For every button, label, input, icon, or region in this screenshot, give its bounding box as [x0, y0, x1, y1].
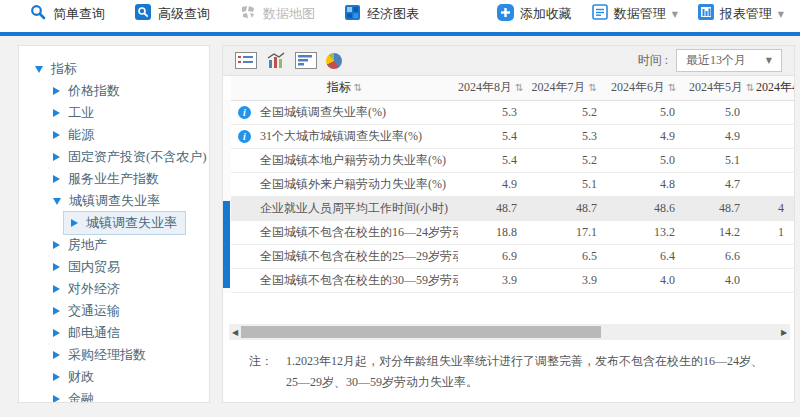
tree-node-root[interactable]: 指标 [19, 58, 209, 80]
triangle-right-icon [53, 307, 60, 315]
bar-chart-icon[interactable] [295, 52, 317, 69]
top-navigation: 简单查询 高级查询 数据地图 经济图表 添加收藏 数据管理 ▼ 报表管理 ▼ [0, 0, 800, 36]
horizontal-scrollbar[interactable]: ◀ ▶ [229, 324, 790, 340]
tab-label: 经济图表 [367, 5, 419, 23]
column-header-2024-07[interactable]: 2024年7月⇅ [531, 76, 611, 100]
indicator-label: 全国城镇不包含在校生的16—24岁劳动力失业率(%) [260, 224, 458, 241]
table-row[interactable]: 全国城镇外来户籍劳动力失业率(%) 4.9 5.1 4.8 4.7 [231, 172, 795, 196]
add-favorite-button[interactable]: 添加收藏 [497, 4, 572, 25]
triangle-right-icon [53, 87, 60, 95]
column-header-2024-05[interactable]: 2024年5月⇅ [689, 76, 754, 100]
action-label: 报表管理 [720, 5, 772, 23]
info-icon[interactable]: i [238, 106, 251, 119]
tree-node-industry[interactable]: 工业 [19, 102, 209, 124]
table-row[interactable]: 全国城镇本地户籍劳动力失业率(%) 5.4 5.2 5.0 5.1 [231, 148, 795, 172]
triangle-right-icon [53, 285, 60, 293]
table-view-icon[interactable] [235, 52, 257, 69]
chevron-down-icon: ▼ [766, 56, 772, 65]
selected-tree-node: 城镇调查失业率 [63, 211, 186, 235]
triangle-right-icon [53, 175, 60, 183]
triangle-right-icon [53, 153, 60, 161]
tab-label: 简单查询 [53, 5, 105, 23]
table-row[interactable]: 全国城镇不包含在校生的16—24岁劳动力失业率(%) 18.8 17.1 13.… [231, 220, 795, 244]
tab-label: 数据地图 [263, 5, 315, 23]
advanced-search-icon [135, 4, 151, 24]
sort-icon[interactable]: ⇅ [515, 82, 523, 93]
footnote-prefix: 注： [249, 351, 286, 393]
horizontal-scrollbar-thumb[interactable] [241, 326, 601, 338]
tree-node-foreign-economy[interactable]: 对外经济 [19, 278, 209, 300]
table-row[interactable]: 全国城镇不包含在校生的25—29岁劳动力失业率(%) 6.9 6.5 6.4 6… [231, 244, 795, 268]
tree-node-fixed-assets[interactable]: 固定资产投资(不含农户) [19, 146, 209, 168]
column-header-indicator[interactable]: 指标⇅ [231, 76, 458, 100]
tree-node-services-index[interactable]: 服务业生产指数 [19, 168, 209, 190]
table-row[interactable]: i全国城镇调查失业率(%) 5.3 5.2 5.0 5.0 [231, 100, 795, 124]
pie-chart-icon[interactable] [326, 53, 342, 69]
time-range-value: 最近13个月 [686, 52, 746, 69]
indicator-label: 全国城镇调查失业率(%) [260, 104, 386, 121]
tab-advanced-query[interactable]: 高级查询 [135, 4, 210, 24]
sort-icon[interactable]: ⇅ [668, 82, 676, 93]
table-row[interactable]: 全国城镇不包含在校生的30—59岁劳动力失业率(%) 3.9 3.9 4.0 4… [231, 268, 795, 292]
tree-node-transport[interactable]: 交通运输 [19, 300, 209, 322]
footnote: 注： 1.2023年12月起，对分年龄组失业率统计进行了调整完善，发布不包含在校… [249, 351, 772, 393]
vertical-scrollbar-thumb[interactable] [223, 201, 230, 288]
table-header-row: 指标⇅ 2024年8月⇅ 2024年7月⇅ 2024年6月⇅ 2024年5月⇅ … [231, 76, 795, 100]
data-panel: 时间 : 最近13个月 ▼ 指标⇅ 2024年8月⇅ 2024年7月⇅ 2024… [222, 45, 795, 403]
tree-node-fiscal[interactable]: 财政 [19, 366, 209, 388]
tab-economic-charts[interactable]: 经济图表 [345, 5, 419, 24]
tree-node-domestic-trade[interactable]: 国内贸易 [19, 256, 209, 278]
indicator-label: 全国城镇不包含在校生的25—29岁劳动力失业率(%) [260, 248, 458, 265]
action-label: 数据管理 [614, 5, 666, 23]
info-icon[interactable]: i [238, 130, 251, 143]
table-row[interactable]: i31个大城市城镇调查失业率(%) 5.4 5.3 4.9 4.9 [231, 124, 795, 148]
sort-icon[interactable]: ⇅ [746, 82, 754, 93]
sort-icon[interactable]: ⇅ [589, 82, 597, 93]
report-management-icon [698, 4, 714, 24]
column-header-2024-04[interactable]: 2024年4月 [754, 76, 795, 100]
data-management-icon [592, 4, 608, 24]
tab-simple-query[interactable]: 简单查询 [30, 4, 105, 24]
sort-icon[interactable]: ⇅ [354, 82, 362, 93]
tree-node-energy[interactable]: 能源 [19, 124, 209, 146]
table-row-highlighted[interactable]: 企业就业人员周平均工作时间(小时) 48.7 48.7 48.6 48.7 4 [231, 196, 795, 220]
indicator-label: 全国城镇不包含在校生的30—59岁劳动力失业率(%) [260, 272, 458, 289]
time-label: 时间 : [638, 52, 668, 69]
line-chart-icon[interactable] [266, 52, 286, 69]
tree-node-post-telecom[interactable]: 邮电通信 [19, 322, 209, 344]
triangle-right-icon [53, 131, 60, 139]
triangle-right-icon [53, 241, 60, 249]
tab-data-map[interactable]: 数据地图 [240, 4, 315, 24]
report-management-menu[interactable]: 报表管理 ▼ [698, 4, 784, 24]
column-header-2024-08[interactable]: 2024年8月⇅ [458, 76, 531, 100]
scroll-left-icon[interactable]: ◀ [229, 328, 241, 337]
triangle-right-icon [53, 395, 60, 403]
data-table-wrap: 指标⇅ 2024年8月⇅ 2024年7月⇅ 2024年6月⇅ 2024年5月⇅ … [231, 76, 795, 293]
tree-node-pmi[interactable]: 采购经理指数 [19, 344, 209, 366]
tree-node-finance[interactable]: 金融 [19, 388, 209, 403]
scroll-right-icon[interactable]: ▶ [778, 328, 790, 337]
time-range-select[interactable]: 最近13个月 ▼ [676, 49, 782, 72]
indicator-tree-sidebar: 指标 价格指数 工业 能源 固定资产投资(不含农户) 服务业生产指数 城镇调查失… [18, 45, 210, 403]
view-toolbar: 时间 : 最近13个月 ▼ [223, 46, 794, 76]
data-management-menu[interactable]: 数据管理 ▼ [592, 4, 678, 24]
indicator-label: 全国城镇本地户籍劳动力失业率(%) [260, 152, 446, 169]
tree-node-survey-unemployment-child[interactable]: 城镇调查失业率 [19, 212, 209, 234]
vertical-scrollbar[interactable] [223, 100, 231, 293]
triangle-right-icon [53, 263, 60, 271]
triangle-right-icon [71, 219, 78, 227]
column-header-2024-06[interactable]: 2024年6月⇅ [611, 76, 689, 100]
action-label: 添加收藏 [520, 5, 572, 23]
search-icon [30, 4, 46, 24]
indicator-label: 31个大城市城镇调查失业率(%) [260, 128, 422, 145]
triangle-down-icon [53, 198, 61, 205]
tree-node-real-estate[interactable]: 房地产 [19, 234, 209, 256]
chevron-down-icon: ▼ [672, 10, 678, 19]
triangle-right-icon [53, 109, 60, 117]
triangle-right-icon [53, 351, 60, 359]
tree-node-survey-unemployment[interactable]: 城镇调查失业率 [19, 190, 209, 212]
indicator-label: 企业就业人员周平均工作时间(小时) [260, 200, 448, 217]
tree-node-price-index[interactable]: 价格指数 [19, 80, 209, 102]
triangle-right-icon [53, 329, 60, 337]
data-table: 指标⇅ 2024年8月⇅ 2024年7月⇅ 2024年6月⇅ 2024年5月⇅ … [231, 76, 795, 293]
